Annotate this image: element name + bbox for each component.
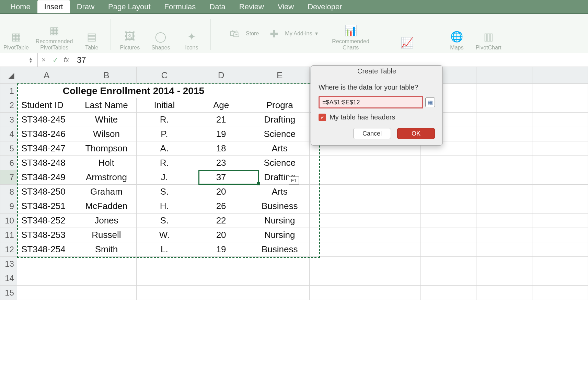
cell[interactable]: ST348-251 bbox=[17, 199, 76, 214]
cell[interactable] bbox=[250, 84, 309, 98]
cell[interactable]: Jones bbox=[76, 214, 137, 228]
cell[interactable]: R. bbox=[137, 113, 192, 127]
row-11[interactable]: 11 bbox=[0, 228, 17, 242]
col-extra[interactable] bbox=[476, 67, 532, 84]
headers-checkbox-row[interactable]: ✓ My table has headers bbox=[319, 113, 435, 121]
tab-home[interactable]: Home bbox=[3, 0, 37, 13]
cell[interactable]: 20 bbox=[192, 185, 250, 199]
row-9[interactable]: 9 bbox=[0, 199, 17, 214]
row-8[interactable]: 8 bbox=[0, 185, 17, 199]
cell[interactable]: 23 bbox=[192, 156, 250, 170]
cell[interactable]: J. bbox=[137, 170, 192, 185]
cell[interactable]: W. bbox=[137, 228, 192, 242]
cmd-pivot-chart[interactable]: ▥ PivotChart bbox=[476, 16, 501, 51]
cell[interactable]: Nursing bbox=[250, 214, 309, 228]
cell[interactable]: Russell bbox=[76, 228, 137, 242]
cmd-pivot-table[interactable]: ▦ PivotTable bbox=[3, 16, 29, 51]
cell[interactable]: ST348-246 bbox=[17, 127, 76, 141]
row-5[interactable]: 5 bbox=[0, 141, 17, 156]
cell[interactable]: 19 bbox=[192, 242, 250, 257]
hdr-age[interactable]: Age bbox=[192, 98, 250, 113]
hdr-program[interactable]: Progra bbox=[250, 98, 309, 113]
cell[interactable]: 19 bbox=[192, 127, 250, 141]
formula-enter[interactable]: ✓ bbox=[49, 56, 61, 64]
worksheet[interactable]: ◢ A B C D E 1 College Enrollment 2014 - … bbox=[0, 67, 588, 300]
tab-insert[interactable]: Insert bbox=[37, 0, 70, 13]
cell[interactable]: Holt bbox=[76, 156, 137, 170]
cell[interactable]: H. bbox=[137, 199, 192, 214]
range-picker-button[interactable]: ▦ bbox=[425, 97, 435, 107]
cell[interactable]: Arts bbox=[250, 185, 309, 199]
cell[interactable]: ST348-247 bbox=[17, 141, 76, 156]
cell[interactable]: ST348-248 bbox=[17, 156, 76, 170]
cmd-addins[interactable]: ✚ My Add-ins ▾ bbox=[266, 16, 318, 51]
row-10[interactable]: 10 bbox=[0, 214, 17, 228]
col-A[interactable]: A bbox=[17, 67, 76, 84]
fx-label[interactable]: fx bbox=[61, 56, 72, 64]
cell[interactable]: Armstrong bbox=[76, 170, 137, 185]
tab-formulas[interactable]: Formulas bbox=[158, 0, 203, 13]
ok-button[interactable]: OK bbox=[397, 128, 435, 139]
hdr-last-name[interactable]: Last Name bbox=[76, 98, 137, 113]
tab-view[interactable]: View bbox=[271, 0, 301, 13]
cmd-shapes[interactable]: ◯ Shapes bbox=[149, 16, 173, 51]
cell[interactable]: 21 bbox=[192, 113, 250, 127]
cell[interactable]: Drafting bbox=[250, 113, 309, 127]
cell[interactable]: Business bbox=[250, 242, 309, 257]
cell[interactable]: ST348-253 bbox=[17, 228, 76, 242]
row-13[interactable]: 13 bbox=[0, 257, 17, 271]
formula-cancel[interactable]: × bbox=[38, 56, 49, 64]
cmd-icons[interactable]: ✦ Icons bbox=[180, 16, 204, 51]
col-extra[interactable] bbox=[532, 67, 588, 84]
select-all[interactable]: ◢ bbox=[0, 67, 17, 84]
cancel-button[interactable]: Cancel bbox=[353, 128, 391, 139]
cmd-pictures[interactable]: 🖼 Pictures bbox=[118, 16, 142, 51]
cell[interactable]: 26 bbox=[192, 199, 250, 214]
row-14[interactable]: 14 bbox=[0, 271, 17, 286]
cell[interactable]: 18 bbox=[192, 141, 250, 156]
formula-input[interactable]: 37 bbox=[72, 55, 588, 65]
cell[interactable]: S. bbox=[137, 185, 192, 199]
hdr-student-id[interactable]: Student ID bbox=[17, 98, 76, 113]
row-2[interactable]: 2 bbox=[0, 98, 17, 113]
cell[interactable]: A. bbox=[137, 141, 192, 156]
cmd-table[interactable]: ▤ Table bbox=[80, 16, 104, 51]
chart-gallery[interactable]: 📈 bbox=[376, 16, 438, 51]
cell[interactable]: 37 bbox=[192, 170, 250, 185]
cell[interactable]: R. bbox=[137, 156, 192, 170]
col-E[interactable]: E bbox=[250, 67, 309, 84]
name-box[interactable]: ▲▼ bbox=[0, 53, 38, 67]
cell[interactable]: ST348-249 bbox=[17, 170, 76, 185]
cell[interactable]: Drafting bbox=[250, 170, 309, 185]
col-D[interactable]: D bbox=[192, 67, 250, 84]
cell[interactable]: S. bbox=[137, 214, 192, 228]
cell[interactable]: Science bbox=[250, 156, 309, 170]
cell[interactable]: ST348-250 bbox=[17, 185, 76, 199]
row-15[interactable]: 15 bbox=[0, 286, 17, 300]
cell[interactable]: ST348-254 bbox=[17, 242, 76, 257]
cell[interactable]: L. bbox=[137, 242, 192, 257]
cell[interactable]: Graham bbox=[76, 185, 137, 199]
tab-review[interactable]: Review bbox=[232, 0, 271, 13]
tab-draw[interactable]: Draw bbox=[70, 0, 101, 13]
cell[interactable]: Wilson bbox=[76, 127, 137, 141]
spin-icon[interactable]: ▲▼ bbox=[29, 57, 34, 63]
cell[interactable]: P. bbox=[137, 127, 192, 141]
col-C[interactable]: C bbox=[137, 67, 192, 84]
cell[interactable]: ST348-252 bbox=[17, 214, 76, 228]
cell[interactable]: McFadden bbox=[76, 199, 137, 214]
row-12[interactable]: 12 bbox=[0, 242, 17, 257]
title-cell[interactable]: College Enrollment 2014 - 2015 bbox=[17, 84, 250, 98]
hdr-initial[interactable]: Initial bbox=[137, 98, 192, 113]
row-6[interactable]: 6 bbox=[0, 156, 17, 170]
cmd-rec-pivot[interactable]: ▦ Recommended PivotTables bbox=[36, 16, 73, 51]
cmd-store[interactable]: 🛍 Store bbox=[218, 16, 259, 51]
range-input[interactable] bbox=[319, 96, 423, 108]
cell[interactable]: ST348-245 bbox=[17, 113, 76, 127]
cell[interactable]: Business bbox=[250, 199, 309, 214]
cell[interactable]: White bbox=[76, 113, 137, 127]
cell[interactable]: 20 bbox=[192, 228, 250, 242]
cell[interactable]: Nursing bbox=[250, 228, 309, 242]
checkbox-checked-icon[interactable]: ✓ bbox=[319, 114, 326, 121]
tab-page-layout[interactable]: Page Layout bbox=[101, 0, 158, 13]
